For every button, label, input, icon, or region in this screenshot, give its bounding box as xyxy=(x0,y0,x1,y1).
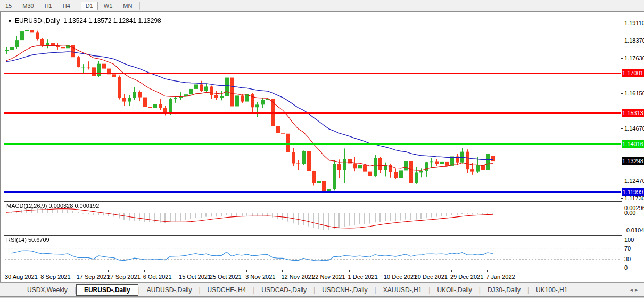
chart-tab-audusd-daily[interactable]: AUDUSD-,Daily xyxy=(140,285,199,295)
price-tick-label: 1.14670 xyxy=(624,125,644,132)
date-label: 12 Nov 2021 xyxy=(281,273,314,280)
main-chart-canvas[interactable] xyxy=(4,15,621,200)
timeframe-button-H4[interactable]: H4 xyxy=(58,2,75,10)
date-tick xyxy=(6,270,6,272)
tab-scroll-left-icon[interactable]: ◂ xyxy=(630,287,635,293)
timeframe-button-M30[interactable]: M30 xyxy=(18,2,38,10)
price-level-badge: 1.14016 xyxy=(622,140,644,148)
rsi-axis-label: 30 xyxy=(624,256,631,262)
price-tick xyxy=(621,58,623,59)
chart-tab-uk100-h1[interactable]: UK100-,H1 xyxy=(529,285,574,295)
chart-symbol-label: EURUSD-,Daily xyxy=(15,17,60,25)
price-level-badge: 1.15313 xyxy=(622,109,644,117)
macd-axis-label: -0.010422 xyxy=(624,227,644,233)
date-label: 15 Oct 2021 xyxy=(179,273,211,280)
rsi-axis-label: 70 xyxy=(624,245,631,252)
chart-tab-dj30-daily[interactable]: DJ30-,Daily xyxy=(481,285,527,295)
date-label: 20 Dec 2021 xyxy=(415,273,448,280)
rsi-label: RSI(14) 50.6709 xyxy=(6,237,49,243)
price-tick xyxy=(621,41,623,41)
tab-scroll-right-icon[interactable]: ▸ xyxy=(635,287,640,293)
date-label: 1 Dec 2021 xyxy=(348,273,378,280)
date-tick xyxy=(313,270,313,272)
date-tick xyxy=(78,270,78,272)
chart-tab-bar: USDX,Weekly|EURUSD-,Daily|AUDUSD-,Daily|… xyxy=(0,282,644,297)
price-axis[interactable]: 1.191101.183701.176301.161501.146701.124… xyxy=(621,15,644,271)
date-tick xyxy=(416,270,416,272)
date-tick xyxy=(180,270,180,272)
date-label: 8 Sep 2021 xyxy=(40,273,70,280)
chart-tab-usdcnh-daily[interactable]: USDCNH-,Daily xyxy=(315,285,374,295)
chart-tab-usdx-weekly[interactable]: USDX,Weekly xyxy=(20,285,75,295)
date-label: 10 Dec 2021 xyxy=(384,273,417,280)
price-tick xyxy=(621,198,623,199)
rsi-axis-label: 0 xyxy=(624,264,628,271)
price-tick-label: 1.11730 xyxy=(624,195,644,202)
price-tick xyxy=(621,181,623,181)
chart-tab-usdchf-h4[interactable]: USDCHF-,H4 xyxy=(201,285,253,295)
date-label: 17 Sep 2021 xyxy=(77,273,110,280)
symbol-dropdown-icon[interactable]: ▼ xyxy=(7,19,12,24)
macd-label: MACD(12,26,9) 0.000328 0.000192 xyxy=(6,203,99,209)
price-tick-label: 1.18370 xyxy=(624,37,644,44)
chart-tab-usdcad-daily[interactable]: USDCAD-,Daily xyxy=(254,285,313,295)
tab-scroll-buttons: ◂▸ xyxy=(630,287,640,293)
date-label: 27 Sep 2021 xyxy=(107,273,140,280)
price-tick-label: 1.16150 xyxy=(624,90,644,96)
date-label: 3 Nov 2021 xyxy=(245,273,275,280)
window-border xyxy=(0,12,1,296)
date-tick xyxy=(282,270,283,272)
timeframe-button-15[interactable]: 15 xyxy=(1,2,16,10)
timeframe-button-MN[interactable]: MN xyxy=(118,2,137,10)
price-level-badge: 1.17001 xyxy=(622,69,644,77)
date-tick xyxy=(42,270,42,272)
date-tick xyxy=(211,270,211,272)
timeframe-button-W1[interactable]: W1 xyxy=(99,2,118,10)
date-tick xyxy=(487,270,488,272)
chart-ohlc-values: 1.13524 1.13572 1.12841 1.13298 xyxy=(63,17,161,25)
terminal-window: 15M30H1H4D1W1MN ▼EURUSD-,Daily 1.13524 1… xyxy=(0,0,644,298)
date-tick xyxy=(349,270,350,272)
timeframe-button-D1[interactable]: D1 xyxy=(81,2,98,10)
chart-title: ▼EURUSD-,Daily 1.13524 1.13572 1.12841 1… xyxy=(7,17,161,25)
price-level-badge: 1.11999 xyxy=(622,188,644,196)
rsi-indicator-canvas[interactable] xyxy=(4,236,621,270)
price-level-badge: 1.13298 xyxy=(622,157,644,165)
date-label: 22 Nov 2021 xyxy=(312,273,345,280)
price-tick-label: 1.12470 xyxy=(624,178,644,184)
timeframe-toolbar: 15M30H1H4D1W1MN xyxy=(0,0,644,12)
date-label: 7 Jan 2022 xyxy=(486,273,515,280)
chart-tab-eurusd-daily[interactable]: EURUSD-,Daily xyxy=(76,284,138,296)
toolbar-separator xyxy=(139,2,140,10)
macd-axis-label: 0.00 xyxy=(624,210,635,216)
date-axis[interactable]: 30 Aug 20218 Sep 202117 Sep 202127 Sep 2… xyxy=(4,270,621,282)
toolbar-separator xyxy=(78,2,78,10)
price-tick xyxy=(621,93,623,94)
price-tick-label: 1.19110 xyxy=(624,20,644,26)
price-tick xyxy=(621,128,623,129)
timeframe-button-H1[interactable]: H1 xyxy=(40,2,57,10)
date-label: 30 Aug 2021 xyxy=(5,273,38,280)
date-label: 25 Oct 2021 xyxy=(210,273,242,280)
rsi-axis-label: 100 xyxy=(624,237,634,243)
price-tick xyxy=(621,23,623,23)
date-tick xyxy=(246,270,247,272)
chart-tab-ukoil-daily[interactable]: UKOil-,Daily xyxy=(430,285,478,295)
chart-tab-xauusd-h1[interactable]: XAUUSD-,H1 xyxy=(376,285,429,295)
date-tick xyxy=(451,270,452,272)
date-label: 29 Dec 2021 xyxy=(450,273,483,280)
date-tick xyxy=(144,270,145,272)
date-label: 6 Oct 2021 xyxy=(143,273,172,280)
date-tick xyxy=(108,270,109,272)
price-tick-label: 1.17630 xyxy=(624,55,644,61)
date-tick xyxy=(385,270,385,272)
